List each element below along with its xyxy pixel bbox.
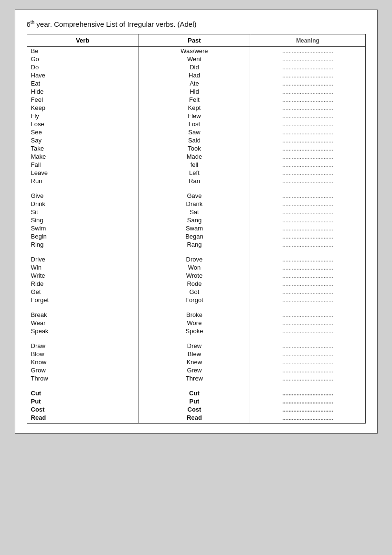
table-row: HideHid................................	[27, 87, 365, 96]
table-row: DoDid................................	[27, 63, 365, 71]
table-row: DrinkDrank..............................…	[27, 200, 365, 208]
meaning-cell: ................................	[250, 309, 365, 319]
spacer-row	[27, 305, 365, 309]
meaning-cell: ................................	[250, 254, 365, 263]
meaning-cell: ................................	[250, 152, 365, 161]
table-row: RunRan................................	[27, 177, 365, 186]
spacer-row	[27, 186, 365, 190]
table-row: SwimSwam................................	[27, 224, 365, 232]
verb-cell: Do	[27, 63, 138, 71]
verb-cell: Win	[27, 263, 138, 272]
verb-cell: Drive	[27, 254, 138, 263]
meaning-cell: ................................	[250, 177, 365, 186]
meaning-cell: ................................	[250, 388, 365, 397]
verb-cell: Get	[27, 288, 138, 296]
verb-cell: Run	[27, 177, 138, 186]
meaning-cell: ................................	[250, 96, 365, 104]
past-cell: Ran	[138, 177, 250, 186]
verb-cell: Be	[27, 47, 138, 55]
verb-cell: Break	[27, 309, 138, 319]
meaning-cell: ................................	[250, 120, 365, 128]
past-cell: Drove	[138, 254, 250, 263]
meaning-cell: ................................	[250, 112, 365, 120]
table-row: SingSang................................	[27, 216, 365, 224]
verb-cell: Speak	[27, 327, 138, 337]
meaning-cell: ................................	[250, 319, 365, 327]
past-cell: Drew	[138, 340, 250, 350]
table-row: ForgetForgot............................…	[27, 296, 365, 305]
verb-cell: Say	[27, 136, 138, 144]
past-cell: Knew	[138, 358, 250, 366]
table-row: GoWent................................	[27, 55, 365, 63]
verb-cell: Cost	[27, 405, 138, 414]
past-cell: Swam	[138, 224, 250, 232]
table-row: WinWon................................	[27, 263, 365, 272]
past-cell: Felt	[138, 96, 250, 104]
verb-cell: Cut	[27, 388, 138, 397]
header-past: Past	[138, 34, 250, 47]
verb-cell: Begin	[27, 232, 138, 240]
verb-cell: Read	[27, 414, 138, 424]
meaning-cell: ................................	[250, 200, 365, 208]
verb-cell: Grow	[27, 366, 138, 374]
table-row: BreakBroke..............................…	[27, 309, 365, 319]
table-row: BeginBegan..............................…	[27, 232, 365, 240]
table-row: KeepKept................................	[27, 104, 365, 112]
table-row: RideRode................................	[27, 280, 365, 288]
meaning-cell: ................................	[250, 161, 365, 169]
past-cell: Rode	[138, 280, 250, 288]
meaning-cell: ................................	[250, 47, 365, 55]
header-meaning: Meaning	[250, 34, 365, 47]
meaning-cell: ................................	[250, 263, 365, 272]
past-cell: Threw	[138, 374, 250, 384]
verb-cell: Give	[27, 190, 138, 200]
meaning-cell: ................................	[250, 340, 365, 350]
verb-cell: Sit	[27, 208, 138, 216]
verb-cell: Make	[27, 152, 138, 161]
past-cell: Made	[138, 152, 250, 161]
verb-cell: Draw	[27, 340, 138, 350]
past-cell: Got	[138, 288, 250, 296]
table-row: DrawDrew................................	[27, 340, 365, 350]
table-row: MakeMade................................	[27, 152, 365, 161]
meaning-cell: ................................	[250, 240, 365, 250]
meaning-cell: ................................	[250, 414, 365, 424]
meaning-cell: ................................	[250, 288, 365, 296]
past-cell: Ate	[138, 79, 250, 87]
table-row: WearWore................................	[27, 319, 365, 327]
meaning-cell: ................................	[250, 405, 365, 414]
spacer-row	[27, 384, 365, 388]
verb-cell: See	[27, 128, 138, 136]
table-row: SitSat................................	[27, 208, 365, 216]
table-row: SaySaid................................	[27, 136, 365, 144]
irregular-verbs-table: Verb Past Meaning BeWas/were............…	[27, 34, 366, 424]
page-title: 6th year. Comprehensive List of Irregula…	[27, 20, 366, 28]
verb-cell: Forget	[27, 296, 138, 305]
meaning-cell: ................................	[250, 190, 365, 200]
meaning-cell: ................................	[250, 144, 365, 152]
past-cell: Broke	[138, 309, 250, 319]
past-cell: Gave	[138, 190, 250, 200]
meaning-cell: ................................	[250, 280, 365, 288]
past-cell: Kept	[138, 104, 250, 112]
past-cell: fell	[138, 161, 250, 169]
meaning-cell: ................................	[250, 296, 365, 305]
meaning-cell: ................................	[250, 63, 365, 71]
past-cell: Wrote	[138, 272, 250, 280]
past-cell: Spoke	[138, 327, 250, 337]
meaning-cell: ................................	[250, 397, 365, 405]
verb-cell: Sing	[27, 216, 138, 224]
verb-cell: Ride	[27, 280, 138, 288]
table-row: BeWas/were..............................…	[27, 47, 365, 55]
table-row: EatAte................................	[27, 79, 365, 87]
past-cell: Flew	[138, 112, 250, 120]
verb-cell: Keep	[27, 104, 138, 112]
verb-cell: Drink	[27, 200, 138, 208]
past-cell: Wore	[138, 319, 250, 327]
past-cell: Said	[138, 136, 250, 144]
meaning-cell: ................................	[250, 272, 365, 280]
verb-cell: Throw	[27, 374, 138, 384]
table-row: FlyFlew................................	[27, 112, 365, 120]
meaning-cell: ................................	[250, 374, 365, 384]
meaning-cell: ................................	[250, 71, 365, 79]
